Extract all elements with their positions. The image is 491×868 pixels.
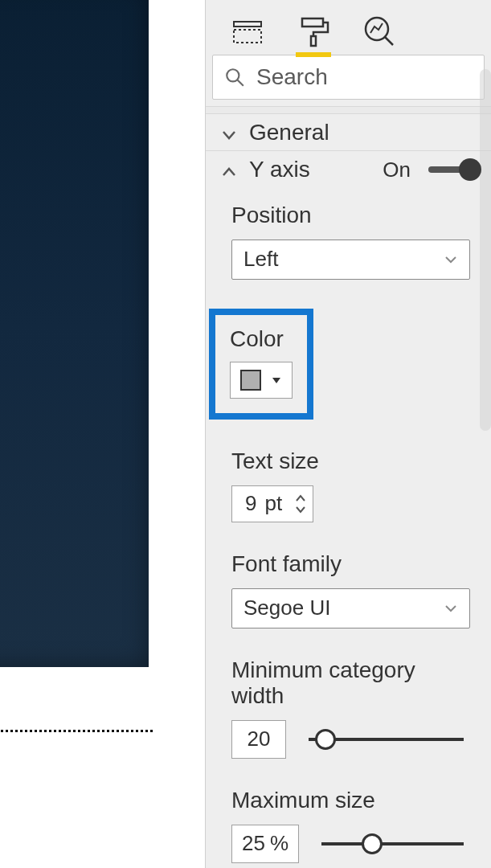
position-value: Left <box>243 247 278 272</box>
text-size-unit: pt <box>264 491 282 516</box>
caret-down-icon <box>271 375 282 386</box>
svg-marker-8 <box>272 378 280 383</box>
tutorial-highlight: Color <box>209 309 313 420</box>
field-position: Position Left <box>231 203 470 280</box>
section-y-axis[interactable]: Y axis On <box>206 151 491 188</box>
toggle-state-label: On <box>383 158 411 182</box>
text-size-label: Text size <box>231 448 470 474</box>
stepper-arrows[interactable] <box>290 494 306 514</box>
y-axis-toggle[interactable] <box>428 166 477 173</box>
chevron-up-icon <box>295 494 306 502</box>
chevron-down-icon <box>295 506 306 514</box>
slider-handle[interactable] <box>362 833 383 854</box>
svg-rect-0 <box>234 22 261 27</box>
section-y-axis-label: Y axis <box>249 157 310 182</box>
max-size-label: Maximum size <box>231 788 470 813</box>
visual-placeholder <box>0 0 149 667</box>
position-select[interactable]: Left <box>231 240 470 280</box>
font-family-label: Font family <box>231 551 470 577</box>
field-min-cat-width: Minimum category width 20 <box>231 657 470 759</box>
max-size-input[interactable]: 25 % <box>231 825 299 863</box>
svg-rect-3 <box>311 36 316 46</box>
min-cat-width-slider[interactable] <box>309 738 464 741</box>
y-axis-body: Position Left Color Text size <box>206 188 491 868</box>
position-label: Position <box>231 203 470 228</box>
toggle-knob <box>459 158 481 181</box>
svg-line-7 <box>237 80 243 86</box>
pane-divider <box>206 106 491 114</box>
color-label: Color <box>230 326 293 352</box>
text-size-value: 9 <box>245 491 256 516</box>
font-family-value: Segoe UI <box>243 596 330 620</box>
font-family-select[interactable]: Segoe UI <box>231 588 470 628</box>
slider-handle[interactable] <box>315 729 336 750</box>
analytics-tab[interactable] <box>363 15 395 47</box>
chevron-down-icon <box>444 252 458 267</box>
pane-tab-bar <box>206 0 491 48</box>
format-pane: Search General Y axis On Po <box>205 0 491 868</box>
section-general[interactable]: General <box>206 114 491 151</box>
paint-roller-icon <box>297 15 329 47</box>
max-size-value: 25 <box>242 831 265 856</box>
fields-tab[interactable] <box>231 15 264 47</box>
min-cat-width-label: Minimum category width <box>231 657 470 709</box>
svg-point-6 <box>227 69 239 81</box>
format-tab[interactable] <box>297 15 329 47</box>
section-general-label: General <box>249 120 329 145</box>
chevron-down-icon <box>444 601 458 616</box>
color-picker[interactable] <box>230 362 293 399</box>
max-size-unit: % <box>270 831 288 856</box>
field-font-family: Font family Segoe UI <box>231 551 470 628</box>
field-text-size: Text size 9 pt <box>231 448 470 522</box>
magnifier-chart-icon <box>363 15 395 47</box>
min-cat-width-input[interactable]: 20 <box>231 720 286 759</box>
max-size-slider[interactable] <box>321 842 464 845</box>
active-tab-indicator <box>296 52 331 57</box>
svg-rect-2 <box>302 18 323 27</box>
svg-line-5 <box>385 37 393 45</box>
report-canvas[interactable] <box>0 0 205 868</box>
chevron-up-icon <box>220 161 238 178</box>
search-placeholder: Search <box>256 64 328 90</box>
color-swatch <box>240 370 261 391</box>
min-cat-width-value: 20 <box>248 727 271 751</box>
text-size-stepper[interactable]: 9 pt <box>231 485 313 522</box>
field-max-size: Maximum size 25 % <box>231 788 470 863</box>
fields-icon <box>231 15 264 47</box>
scrollbar[interactable] <box>480 69 491 431</box>
field-color: Color <box>231 309 470 420</box>
search-input[interactable]: Search <box>212 55 485 100</box>
chevron-down-icon <box>220 124 238 141</box>
visual-selection-border <box>0 730 153 732</box>
search-icon <box>224 67 245 88</box>
svg-rect-1 <box>234 30 261 43</box>
